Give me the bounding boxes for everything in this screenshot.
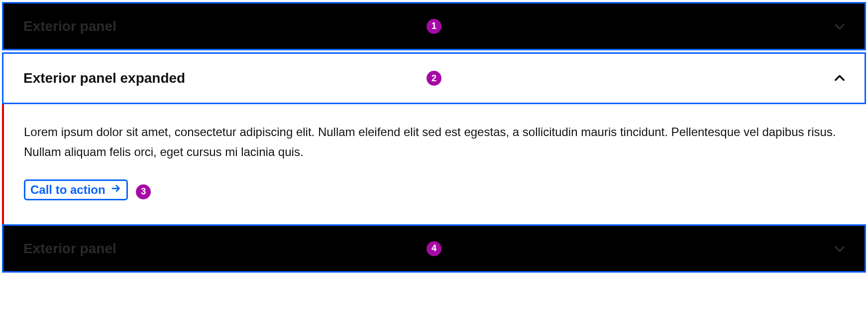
chevron-up-icon bbox=[833, 71, 847, 85]
cta-row: Call to action 3 bbox=[24, 179, 846, 200]
arrow-right-icon bbox=[110, 183, 121, 197]
panel-body-text: Lorem ipsum dolor sit amet, consectetur … bbox=[24, 122, 846, 161]
accordion-panel-body: Lorem ipsum dolor sit amet, consectetur … bbox=[2, 104, 866, 224]
accordion-panel-collapsed-1[interactable]: Exterior panel 1 bbox=[2, 2, 866, 50]
accordion-container: Exterior panel 1 Exterior panel expanded… bbox=[2, 2, 866, 273]
chevron-down-icon bbox=[833, 19, 847, 33]
accordion-panel-header-expanded[interactable]: Exterior panel expanded 2 bbox=[2, 52, 866, 104]
cta-label: Call to action bbox=[30, 183, 106, 197]
annotation-badge-1: 1 bbox=[427, 19, 441, 34]
annotation-badge-4: 4 bbox=[427, 241, 441, 256]
annotation-badge-2: 2 bbox=[427, 71, 441, 86]
call-to-action-link[interactable]: Call to action bbox=[24, 179, 128, 200]
chevron-down-icon bbox=[833, 242, 847, 256]
annotation-badge-3: 3 bbox=[136, 184, 151, 199]
accordion-panel-collapsed-2[interactable]: Exterior panel 4 bbox=[2, 224, 866, 273]
